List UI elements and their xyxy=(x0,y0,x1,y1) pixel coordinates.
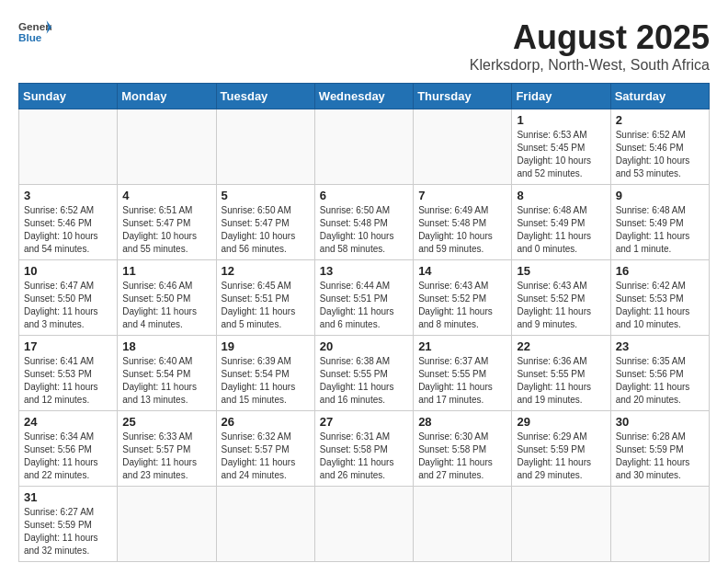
day-info: Sunrise: 6:30 AM Sunset: 5:58 PM Dayligh… xyxy=(418,431,506,482)
calendar-cell: 1Sunrise: 6:53 AM Sunset: 5:45 PM Daylig… xyxy=(512,109,610,185)
day-info: Sunrise: 6:48 AM Sunset: 5:49 PM Dayligh… xyxy=(616,204,704,256)
day-number: 22 xyxy=(517,339,605,353)
day-number: 24 xyxy=(24,415,112,429)
day-info: Sunrise: 6:41 AM Sunset: 5:53 PM Dayligh… xyxy=(24,355,112,407)
weekday-header-wednesday: Wednesday xyxy=(314,84,413,109)
day-info: Sunrise: 6:46 AM Sunset: 5:50 PM Dayligh… xyxy=(122,280,210,331)
calendar-cell: 19Sunrise: 6:39 AM Sunset: 5:54 PM Dayli… xyxy=(216,336,314,411)
day-info: Sunrise: 6:45 AM Sunset: 5:51 PM Dayligh… xyxy=(222,280,310,331)
day-number: 14 xyxy=(418,264,506,278)
weekday-header-row: SundayMondayTuesdayWednesdayThursdayFrid… xyxy=(19,84,710,109)
day-info: Sunrise: 6:47 AM Sunset: 5:50 PM Dayligh… xyxy=(24,280,112,331)
calendar-cell: 10Sunrise: 6:47 AM Sunset: 5:50 PM Dayli… xyxy=(19,260,118,336)
day-info: Sunrise: 6:51 AM Sunset: 5:47 PM Dayligh… xyxy=(122,204,210,256)
day-number: 3 xyxy=(24,189,112,202)
svg-text:Blue: Blue xyxy=(18,31,42,43)
calendar-cell: 7Sunrise: 6:49 AM Sunset: 5:48 PM Daylig… xyxy=(414,185,512,260)
day-info: Sunrise: 6:44 AM Sunset: 5:51 PM Dayligh… xyxy=(320,280,408,331)
day-number: 6 xyxy=(320,189,408,202)
calendar-cell: 6Sunrise: 6:50 AM Sunset: 5:48 PM Daylig… xyxy=(314,185,413,260)
day-number: 21 xyxy=(418,339,506,353)
day-number: 11 xyxy=(122,264,210,278)
calendar-cell xyxy=(512,487,610,562)
calendar-cell xyxy=(19,109,118,185)
calendar-cell: 14Sunrise: 6:43 AM Sunset: 5:52 PM Dayli… xyxy=(414,260,512,336)
calendar-cell: 13Sunrise: 6:44 AM Sunset: 5:51 PM Dayli… xyxy=(314,260,413,336)
week-row-2: 10Sunrise: 6:47 AM Sunset: 5:50 PM Dayli… xyxy=(19,260,710,336)
day-number: 10 xyxy=(24,264,112,278)
calendar-cell: 16Sunrise: 6:42 AM Sunset: 5:53 PM Dayli… xyxy=(610,260,709,336)
calendar-cell: 18Sunrise: 6:40 AM Sunset: 5:54 PM Dayli… xyxy=(118,336,216,411)
day-number: 29 xyxy=(517,415,605,429)
calendar-cell: 12Sunrise: 6:45 AM Sunset: 5:51 PM Dayli… xyxy=(216,260,314,336)
day-number: 25 xyxy=(122,415,210,429)
calendar-cell: 9Sunrise: 6:48 AM Sunset: 5:49 PM Daylig… xyxy=(610,185,709,260)
day-number: 15 xyxy=(517,264,605,278)
week-row-1: 3Sunrise: 6:52 AM Sunset: 5:46 PM Daylig… xyxy=(19,185,710,260)
day-number: 18 xyxy=(122,339,210,353)
day-info: Sunrise: 6:50 AM Sunset: 5:48 PM Dayligh… xyxy=(320,204,408,256)
calendar-cell: 2Sunrise: 6:52 AM Sunset: 5:46 PM Daylig… xyxy=(610,109,709,185)
weekday-header-friday: Friday xyxy=(512,84,610,109)
calendar-cell: 3Sunrise: 6:52 AM Sunset: 5:46 PM Daylig… xyxy=(19,185,118,260)
day-info: Sunrise: 6:43 AM Sunset: 5:52 PM Dayligh… xyxy=(418,280,506,331)
calendar-cell xyxy=(314,109,413,185)
calendar-cell: 31Sunrise: 6:27 AM Sunset: 5:59 PM Dayli… xyxy=(19,487,118,562)
calendar-cell: 4Sunrise: 6:51 AM Sunset: 5:47 PM Daylig… xyxy=(118,185,216,260)
calendar-cell: 22Sunrise: 6:36 AM Sunset: 5:55 PM Dayli… xyxy=(512,336,610,411)
day-info: Sunrise: 6:39 AM Sunset: 5:54 PM Dayligh… xyxy=(222,355,310,407)
day-info: Sunrise: 6:31 AM Sunset: 5:58 PM Dayligh… xyxy=(320,431,408,482)
day-info: Sunrise: 6:48 AM Sunset: 5:49 PM Dayligh… xyxy=(517,204,605,256)
calendar-cell: 27Sunrise: 6:31 AM Sunset: 5:58 PM Dayli… xyxy=(314,411,413,487)
day-number: 4 xyxy=(122,189,210,202)
calendar-cell: 29Sunrise: 6:29 AM Sunset: 5:59 PM Dayli… xyxy=(512,411,610,487)
calendar-cell: 30Sunrise: 6:28 AM Sunset: 5:59 PM Dayli… xyxy=(610,411,709,487)
day-number: 5 xyxy=(222,189,310,202)
week-row-0: 1Sunrise: 6:53 AM Sunset: 5:45 PM Daylig… xyxy=(19,109,710,185)
weekday-header-sunday: Sunday xyxy=(19,84,118,109)
day-info: Sunrise: 6:49 AM Sunset: 5:48 PM Dayligh… xyxy=(418,204,506,256)
day-info: Sunrise: 6:32 AM Sunset: 5:57 PM Dayligh… xyxy=(222,431,310,482)
day-info: Sunrise: 6:35 AM Sunset: 5:56 PM Dayligh… xyxy=(616,355,704,407)
calendar-cell xyxy=(414,109,512,185)
calendar-cell: 23Sunrise: 6:35 AM Sunset: 5:56 PM Dayli… xyxy=(610,336,709,411)
day-info: Sunrise: 6:43 AM Sunset: 5:52 PM Dayligh… xyxy=(517,280,605,331)
day-number: 1 xyxy=(517,113,605,127)
day-number: 30 xyxy=(616,415,704,429)
day-info: Sunrise: 6:42 AM Sunset: 5:53 PM Dayligh… xyxy=(616,280,704,331)
calendar-cell: 15Sunrise: 6:43 AM Sunset: 5:52 PM Dayli… xyxy=(512,260,610,336)
month-year: August 2025 xyxy=(470,18,710,57)
day-info: Sunrise: 6:36 AM Sunset: 5:55 PM Dayligh… xyxy=(517,355,605,407)
calendar-cell xyxy=(216,109,314,185)
day-number: 31 xyxy=(24,490,112,504)
calendar-cell xyxy=(610,487,709,562)
calendar-cell: 11Sunrise: 6:46 AM Sunset: 5:50 PM Dayli… xyxy=(118,260,216,336)
day-number: 2 xyxy=(616,113,704,127)
calendar-cell: 24Sunrise: 6:34 AM Sunset: 5:56 PM Dayli… xyxy=(19,411,118,487)
day-number: 20 xyxy=(320,339,408,353)
day-info: Sunrise: 6:33 AM Sunset: 5:57 PM Dayligh… xyxy=(122,431,210,482)
day-number: 13 xyxy=(320,264,408,278)
weekday-header-saturday: Saturday xyxy=(610,84,709,109)
day-number: 28 xyxy=(418,415,506,429)
day-info: Sunrise: 6:34 AM Sunset: 5:56 PM Dayligh… xyxy=(24,431,112,482)
day-number: 19 xyxy=(222,339,310,353)
day-number: 12 xyxy=(222,264,310,278)
day-info: Sunrise: 6:38 AM Sunset: 5:55 PM Dayligh… xyxy=(320,355,408,407)
calendar-cell xyxy=(414,487,512,562)
day-number: 9 xyxy=(616,189,704,202)
day-info: Sunrise: 6:29 AM Sunset: 5:59 PM Dayligh… xyxy=(517,431,605,482)
calendar-cell: 25Sunrise: 6:33 AM Sunset: 5:57 PM Dayli… xyxy=(118,411,216,487)
calendar-cell: 20Sunrise: 6:38 AM Sunset: 5:55 PM Dayli… xyxy=(314,336,413,411)
calendar-cell: 21Sunrise: 6:37 AM Sunset: 5:55 PM Dayli… xyxy=(414,336,512,411)
calendar-cell xyxy=(314,487,413,562)
weekday-header-monday: Monday xyxy=(118,84,216,109)
day-number: 27 xyxy=(320,415,408,429)
day-info: Sunrise: 6:52 AM Sunset: 5:46 PM Dayligh… xyxy=(616,129,704,180)
location: Klerksdorp, North-West, South Africa xyxy=(470,57,710,74)
calendar-table: SundayMondayTuesdayWednesdayThursdayFrid… xyxy=(18,83,710,562)
day-info: Sunrise: 6:37 AM Sunset: 5:55 PM Dayligh… xyxy=(418,355,506,407)
week-row-3: 17Sunrise: 6:41 AM Sunset: 5:53 PM Dayli… xyxy=(19,336,710,411)
day-info: Sunrise: 6:40 AM Sunset: 5:54 PM Dayligh… xyxy=(122,355,210,407)
week-row-4: 24Sunrise: 6:34 AM Sunset: 5:56 PM Dayli… xyxy=(19,411,710,487)
